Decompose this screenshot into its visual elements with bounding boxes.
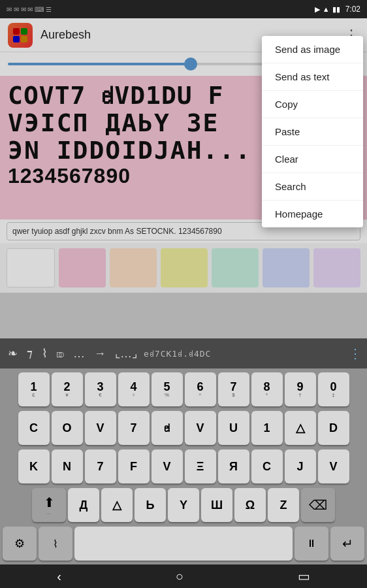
key-q[interactable]: C	[18, 411, 50, 445]
key-y[interactable]: V	[185, 411, 216, 445]
svg-rect-2	[13, 36, 20, 42]
key-2[interactable]: 2 ¥	[52, 372, 83, 406]
toolbar-preview-text: eꟈ7CK1ꟈ.ꟈ4DC	[144, 349, 345, 359]
swatch-peach[interactable]	[110, 248, 157, 287]
color-swatches-row	[0, 243, 367, 293]
toolbar-sym-3[interactable]: ⌇	[39, 345, 50, 362]
status-bar: ✉ ✉ ✉ ✉ ⌨ ☰ ▶ ▲ ▮▮ 7:02	[0, 0, 367, 18]
home-button[interactable]: ○	[176, 569, 184, 584]
svg-rect-0	[13, 28, 20, 35]
key-7[interactable]: 7 $	[218, 372, 249, 406]
menu-item-clear[interactable]: Clear	[262, 146, 363, 173]
nav-bar: ‹ ○ ▭	[0, 564, 367, 588]
bluetooth-icon: ▶	[315, 5, 320, 14]
key-t[interactable]: ꟈ	[152, 411, 183, 445]
key-semi[interactable]: V	[318, 449, 349, 483]
key-h[interactable]: Ξ	[185, 449, 216, 483]
svg-rect-3	[21, 36, 27, 42]
keyboard-area: ❧ ⁊ ⌇ ⎄ … → ⌞…⌟ eꟈ7CK1ꟈ.ꟈ4DC ⋮ 1 £ 2 ¥ 3…	[0, 338, 367, 564]
swatch-pink[interactable]	[59, 248, 106, 287]
battery-icon: ▮▮	[332, 5, 340, 14]
svg-rect-1	[21, 28, 27, 35]
key-8[interactable]: 8 *	[251, 372, 283, 406]
toolbar-sym-1[interactable]: ❧	[5, 345, 20, 362]
swatch-lavender[interactable]	[263, 248, 310, 287]
slider-thumb[interactable]	[184, 57, 197, 71]
toolbar-sym-5[interactable]: …	[71, 346, 88, 362]
key-z[interactable]: Д	[68, 488, 99, 522]
key-6[interactable]: 6 ^	[185, 372, 216, 406]
keyboard-row-3: ⬆ ... Д △ Ь Y Ш Ω Z ⌫	[0, 487, 367, 523]
menu-item-send-as-image[interactable]: Send as image	[262, 36, 363, 63]
settings-icon: ⚙	[14, 536, 25, 551]
menu-item-search[interactable]: Search	[262, 173, 363, 201]
menu-item-send-as-text[interactable]: Send as text	[262, 63, 363, 91]
key-5[interactable]: 5 %	[152, 372, 183, 406]
menu-item-paste[interactable]: Paste	[262, 118, 363, 146]
key-backspace[interactable]: ⌫	[301, 488, 335, 522]
shift-icon: ⬆	[44, 495, 55, 510]
key-c[interactable]: Ь	[135, 488, 166, 522]
swatch-mint[interactable]	[212, 248, 259, 287]
menu-item-copy[interactable]: Copy	[262, 91, 363, 118]
wifi-icon: ▲	[323, 5, 330, 13]
toolbar-sym-2[interactable]: ⁊	[24, 345, 35, 362]
key-9[interactable]: 9 †	[285, 372, 316, 406]
toolbar-sym-4[interactable]: ⎄	[54, 346, 67, 362]
keyboard-toolbar: ❧ ⁊ ⌇ ⎄ … → ⌞…⌟ eꟈ7CK1ꟈ.ꟈ4DC ⋮	[0, 338, 367, 368]
key-g[interactable]: V	[152, 449, 183, 483]
status-bar-left: ✉ ✉ ✉ ✉ ⌨ ☰	[7, 6, 52, 13]
swatch-purple[interactable]	[313, 248, 360, 287]
key-3[interactable]: 3 €	[85, 372, 116, 406]
key-4[interactable]: 4 ♀	[118, 372, 150, 406]
recents-button[interactable]: ▭	[298, 568, 310, 584]
swatch-yellow[interactable]	[161, 248, 208, 287]
key-settings[interactable]: ⚙	[3, 527, 37, 561]
status-bar-right: ▶ ▲ ▮▮ 7:02	[315, 5, 360, 14]
key-j[interactable]: Я	[218, 449, 249, 483]
slider-fill	[8, 63, 191, 65]
key-a[interactable]: K	[18, 449, 50, 483]
key-w[interactable]: O	[52, 411, 83, 445]
enter-icon: ↵	[342, 536, 353, 551]
keyboard-row-numbers: 1 £ 2 ¥ 3 € 4 ♀ 5 % 6 ^ 7 $ 8 *	[0, 371, 367, 408]
key-d[interactable]: 7	[85, 449, 116, 483]
key-s[interactable]: N	[52, 449, 83, 483]
context-menu: Send as image Send as text Copy Paste Cl…	[262, 36, 363, 227]
key-n[interactable]: Ω	[234, 488, 266, 522]
key-e[interactable]: V	[85, 411, 116, 445]
keyboard-row-2: K N 7 F V Ξ Я C J V	[0, 448, 367, 485]
key-k[interactable]: C	[251, 449, 283, 483]
key-b[interactable]: Ш	[201, 488, 232, 522]
key-0[interactable]: 0 ‡	[318, 372, 349, 406]
key-symbol[interactable]: ⌇	[39, 527, 72, 561]
key-l[interactable]: J	[285, 449, 316, 483]
key-p[interactable]: D	[318, 411, 349, 445]
keyboard-row-1: C O V 7 ꟈ V U 1 △ D	[0, 410, 367, 446]
toolbar-more-icon[interactable]: ⋮	[349, 346, 362, 361]
toolbar-sym-7[interactable]: ⌞…⌟	[112, 345, 140, 362]
key-r[interactable]: 7	[118, 411, 150, 445]
key-pause[interactable]: ⏸	[295, 527, 328, 561]
backspace-icon: ⌫	[309, 497, 327, 513]
app-icon	[8, 23, 33, 48]
pause-icon: ⏸	[306, 538, 317, 549]
key-o[interactable]: △	[285, 411, 316, 445]
key-enter[interactable]: ↵	[330, 527, 364, 561]
notification-icons: ✉ ✉ ✉ ✉ ⌨ ☰	[7, 6, 52, 13]
key-u[interactable]: U	[218, 411, 249, 445]
toolbar-sym-6[interactable]: →	[91, 346, 108, 362]
key-x[interactable]: △	[101, 488, 133, 522]
key-f[interactable]: F	[118, 449, 150, 483]
key-v[interactable]: Y	[168, 488, 199, 522]
key-space[interactable]	[74, 527, 293, 561]
swatch-white[interactable]	[7, 248, 55, 287]
menu-item-homepage[interactable]: Homepage	[262, 201, 363, 227]
keyboard-row-4: ⚙ ⌇ ⏸ ↵	[0, 525, 367, 562]
key-shift[interactable]: ⬆ ...	[32, 488, 66, 522]
key-m[interactable]: Z	[268, 488, 299, 522]
back-button[interactable]: ‹	[57, 569, 61, 584]
key-1[interactable]: 1 £	[18, 372, 50, 406]
symbol-icon: ⌇	[53, 538, 58, 550]
key-i[interactable]: 1	[251, 411, 283, 445]
